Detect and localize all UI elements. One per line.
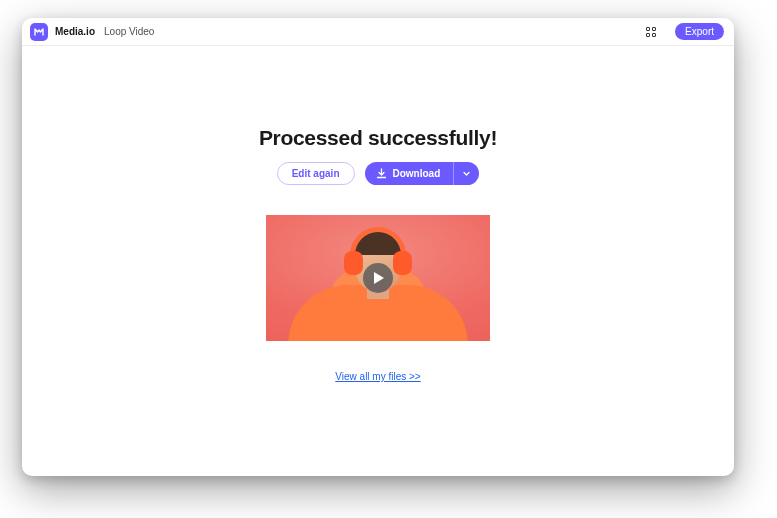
view-all-files-link[interactable]: View all my files >> (335, 371, 420, 382)
download-button-group: Download (365, 162, 480, 185)
app-window: Media.io Loop Video Export Processed suc… (22, 18, 734, 476)
page-title: Processed successfully! (259, 126, 497, 150)
main-content: Processed successfully! Edit again Downl… (22, 46, 734, 382)
edit-again-button[interactable]: Edit again (277, 162, 355, 185)
video-preview[interactable] (266, 215, 490, 341)
apps-grid-icon[interactable] (644, 25, 658, 39)
download-label: Download (393, 168, 441, 179)
logo-icon (34, 27, 44, 37)
download-button[interactable]: Download (365, 162, 454, 185)
download-dropdown-button[interactable] (453, 162, 479, 185)
header-bar: Media.io Loop Video Export (22, 18, 734, 46)
brand-logo (30, 23, 48, 41)
play-button[interactable] (363, 263, 393, 293)
play-icon (374, 272, 384, 284)
tool-name: Loop Video (104, 26, 154, 37)
brand-name: Media.io (55, 26, 95, 37)
chevron-down-icon (462, 169, 471, 178)
download-icon (376, 168, 387, 179)
action-row: Edit again Download (277, 162, 480, 185)
export-button[interactable]: Export (675, 23, 724, 40)
